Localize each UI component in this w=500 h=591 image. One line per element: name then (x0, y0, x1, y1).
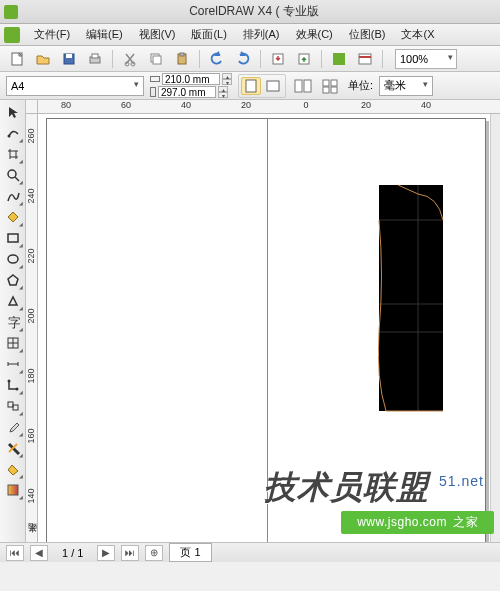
ruler-tick: 240 (26, 188, 36, 203)
facing-pages-button[interactable] (292, 76, 314, 96)
text-tool[interactable]: 字 (2, 312, 24, 332)
svg-rect-20 (331, 80, 337, 86)
svg-rect-33 (8, 485, 18, 495)
portrait-button[interactable] (241, 77, 261, 95)
svg-rect-21 (323, 87, 329, 93)
ruler-tick: 40 (181, 100, 191, 110)
menu-bitmap[interactable]: 位图(B) (341, 25, 394, 44)
work-area: 字 80 60 40 20 0 20 40 260 240 220 200 18… (0, 100, 500, 542)
undo-button[interactable] (206, 49, 228, 69)
app-launcher-button[interactable] (328, 49, 350, 69)
new-button[interactable] (6, 49, 28, 69)
property-bar: A4 ▴▾ ▴▾ 单位: 毫米 (0, 72, 500, 100)
outline-tool[interactable] (2, 438, 24, 458)
toolbox: 字 (0, 100, 26, 542)
interactive-blend-tool[interactable] (2, 396, 24, 416)
page-width-field[interactable] (162, 73, 220, 85)
cut-button[interactable] (119, 49, 141, 69)
page-tab-label: 页 1 (180, 546, 200, 558)
vertical-scrollbar[interactable] (490, 114, 500, 542)
ruler-corner[interactable] (26, 100, 38, 114)
page-navigator: ⏮ ◀ 1 / 1 ▶ ⏭ ⊕ 页 1 (0, 542, 500, 562)
basic-shapes-tool[interactable] (2, 291, 24, 311)
drawing-objects[interactable] (378, 184, 454, 414)
interactive-fill-tool[interactable] (2, 480, 24, 500)
svg-rect-25 (8, 234, 18, 242)
landscape-button[interactable] (263, 77, 283, 95)
redo-button[interactable] (232, 49, 254, 69)
height-spinner[interactable]: ▴▾ (218, 86, 228, 98)
height-icon (150, 87, 156, 97)
unit-select[interactable]: 毫米 (379, 76, 433, 96)
menu-file[interactable]: 文件(F) (26, 25, 78, 44)
unit-label: 单位: (348, 78, 373, 93)
app-corner-icon (4, 5, 18, 19)
horizontal-ruler[interactable]: 80 60 40 20 0 20 40 (38, 100, 500, 114)
menu-effects[interactable]: 效果(C) (288, 25, 341, 44)
ruler-tick: 220 (26, 248, 36, 263)
crop-tool[interactable] (2, 144, 24, 164)
menu-arrange[interactable]: 排列(A) (235, 25, 288, 44)
import-button[interactable] (267, 49, 289, 69)
paper-size-select[interactable]: A4 (6, 76, 144, 96)
copy-button[interactable] (145, 49, 167, 69)
svg-rect-16 (267, 81, 279, 91)
rectangle-tool[interactable] (2, 228, 24, 248)
dimension-tool[interactable] (2, 354, 24, 374)
first-page-button[interactable]: ⏮ (6, 545, 24, 561)
paste-button[interactable] (171, 49, 193, 69)
add-page-button[interactable]: ⊕ (145, 545, 163, 561)
connector-tool[interactable] (2, 375, 24, 395)
drawing-canvas[interactable] (38, 114, 490, 542)
toolbar-separator (382, 50, 383, 68)
svg-rect-22 (331, 87, 337, 93)
orientation-buttons (238, 74, 286, 98)
menu-edit[interactable]: 编辑(E) (78, 25, 131, 44)
window-title: CorelDRAW X4 ( 专业版 (18, 3, 500, 20)
page-counter: 1 / 1 (54, 547, 91, 559)
menu-bar: 文件(F) 编辑(E) 视图(V) 版面(L) 排列(A) 效果(C) 位图(B… (0, 24, 500, 46)
page-tab[interactable]: 页 1 (169, 543, 211, 562)
svg-rect-19 (323, 80, 329, 86)
ruler-tick: 200 (26, 308, 36, 323)
app-icon (4, 27, 20, 43)
menu-view[interactable]: 视图(V) (131, 25, 184, 44)
open-button[interactable] (32, 49, 54, 69)
smart-fill-tool[interactable] (2, 207, 24, 227)
paper-size-value: A4 (11, 80, 24, 92)
next-page-button[interactable]: ▶ (97, 545, 115, 561)
shape-tool[interactable] (2, 123, 24, 143)
width-spinner[interactable]: ▴▾ (222, 73, 232, 85)
toolbar-separator (112, 50, 113, 68)
zoom-level[interactable]: 100% (395, 49, 457, 69)
toolbar-separator (260, 50, 261, 68)
ruler-tick: 180 (26, 368, 36, 383)
print-button[interactable] (84, 49, 106, 69)
last-page-button[interactable]: ⏭ (121, 545, 139, 561)
ruler-tick: 140 (26, 488, 36, 503)
svg-point-23 (7, 135, 10, 138)
svg-rect-8 (153, 56, 161, 64)
svg-rect-10 (180, 53, 184, 56)
all-pages-button[interactable] (320, 76, 342, 96)
zoom-tool[interactable] (2, 165, 24, 185)
svg-point-24 (8, 170, 16, 178)
freehand-tool[interactable] (2, 186, 24, 206)
ruler-tick: 40 (421, 100, 431, 110)
export-button[interactable] (293, 49, 315, 69)
prev-page-button[interactable]: ◀ (30, 545, 48, 561)
welcome-button[interactable] (354, 49, 376, 69)
svg-rect-15 (246, 80, 256, 92)
menu-layout[interactable]: 版面(L) (183, 25, 234, 44)
eyedropper-tool[interactable] (2, 417, 24, 437)
table-tool[interactable] (2, 333, 24, 353)
menu-text[interactable]: 文本(X (393, 25, 442, 44)
polygon-tool[interactable] (2, 270, 24, 290)
page-height-field[interactable] (158, 86, 216, 98)
vertical-ruler[interactable]: 260 240 220 200 180 160 140 毫米 (26, 114, 38, 542)
ellipse-tool[interactable] (2, 249, 24, 269)
page-center-guide (267, 118, 268, 542)
pick-tool[interactable] (2, 102, 24, 122)
fill-tool[interactable] (2, 459, 24, 479)
save-button[interactable] (58, 49, 80, 69)
